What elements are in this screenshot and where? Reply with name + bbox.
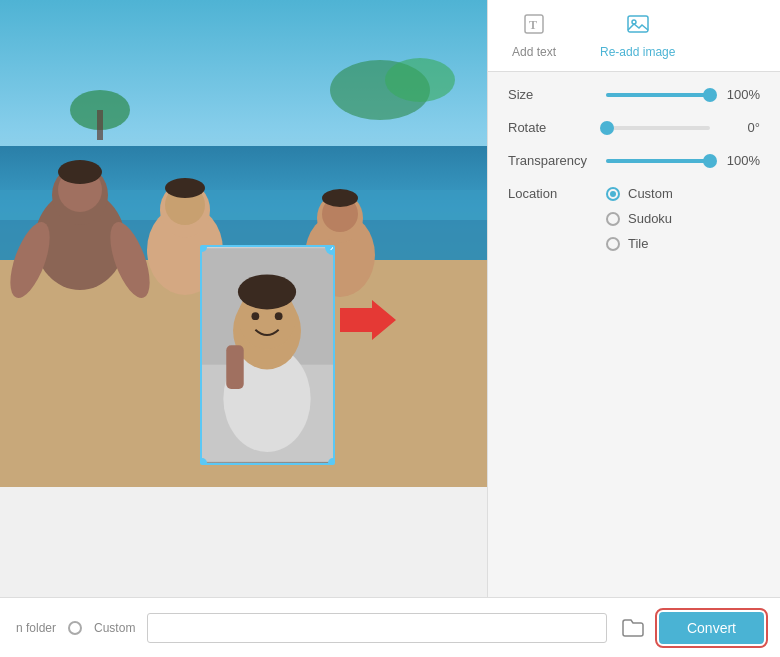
location-custom-label: Custom <box>628 186 673 201</box>
resize-handle-bottom-right[interactable] <box>328 458 335 465</box>
svg-point-27 <box>251 312 259 320</box>
right-panel: T Add text Re-add image S <box>487 0 780 597</box>
location-setting-row: Location Custom Sudoku Tile <box>508 186 760 251</box>
svg-point-3 <box>385 58 455 102</box>
svg-point-14 <box>165 178 205 198</box>
svg-point-10 <box>58 160 102 184</box>
svg-text:T: T <box>529 18 537 32</box>
size-setting-row: Size 100% <box>508 87 760 102</box>
add-text-icon: T <box>522 12 546 41</box>
custom-radio-bottom[interactable] <box>68 621 82 635</box>
location-custom-radio[interactable] <box>606 187 620 201</box>
overlay-photo[interactable]: ✕ <box>200 245 335 465</box>
location-tile-label: Tile <box>628 236 648 251</box>
transparency-label: Transparency <box>508 153 598 168</box>
svg-point-18 <box>322 189 358 207</box>
readd-image-icon <box>626 12 650 41</box>
rotate-slider[interactable] <box>606 126 710 130</box>
rotate-setting-row: Rotate 0° <box>508 120 760 135</box>
settings-panel: Size 100% Rotate 0° <box>488 72 780 597</box>
resize-handle-bottom-left[interactable] <box>200 458 207 465</box>
folder-prefix-label: n folder <box>16 621 56 635</box>
readd-image-label: Re-add image <box>600 45 675 59</box>
rotate-value: 0° <box>718 120 760 135</box>
location-label: Location <box>508 186 598 201</box>
rotate-label: Rotate <box>508 120 598 135</box>
transparency-slider-container <box>606 159 710 163</box>
readd-image-button[interactable]: Re-add image <box>588 8 687 63</box>
convert-button[interactable]: Convert <box>659 612 764 644</box>
location-sudoku-label: Sudoku <box>628 211 672 226</box>
size-slider[interactable] <box>606 93 710 97</box>
image-panel: ✕ <box>0 0 487 487</box>
output-path-input[interactable] <box>147 613 607 643</box>
location-custom-option[interactable]: Custom <box>606 186 760 201</box>
size-label: Size <box>508 87 598 102</box>
location-custom-radio-dot <box>610 191 616 197</box>
location-tile-option[interactable]: Tile <box>606 236 760 251</box>
location-sudoku-option[interactable]: Sudoku <box>606 211 760 226</box>
add-text-button[interactable]: T Add text <box>500 8 568 63</box>
transparency-setting-row: Transparency 100% <box>508 153 760 168</box>
size-value: 100% <box>718 87 760 102</box>
svg-rect-29 <box>226 345 243 389</box>
transparency-slider[interactable] <box>606 159 710 163</box>
svg-rect-1 <box>97 110 103 140</box>
rotate-slider-container <box>606 126 710 130</box>
location-options: Custom Sudoku Tile <box>606 186 760 251</box>
beach-scene: ✕ <box>0 0 487 487</box>
transparency-value: 100% <box>718 153 760 168</box>
svg-point-26 <box>238 274 296 309</box>
browse-folder-button[interactable] <box>619 614 647 642</box>
overlay-photo-inner <box>202 247 333 463</box>
svg-marker-30 <box>340 300 396 340</box>
add-text-label: Add text <box>512 45 556 59</box>
location-sudoku-radio[interactable] <box>606 212 620 226</box>
bottom-bar: n folder Custom Convert <box>0 597 780 657</box>
svg-point-28 <box>275 312 283 320</box>
svg-rect-33 <box>628 16 648 32</box>
red-arrow <box>338 300 398 340</box>
toolbar: T Add text Re-add image <box>488 0 780 72</box>
custom-label-bottom: Custom <box>94 621 135 635</box>
location-tile-radio[interactable] <box>606 237 620 251</box>
size-slider-container <box>606 93 710 97</box>
